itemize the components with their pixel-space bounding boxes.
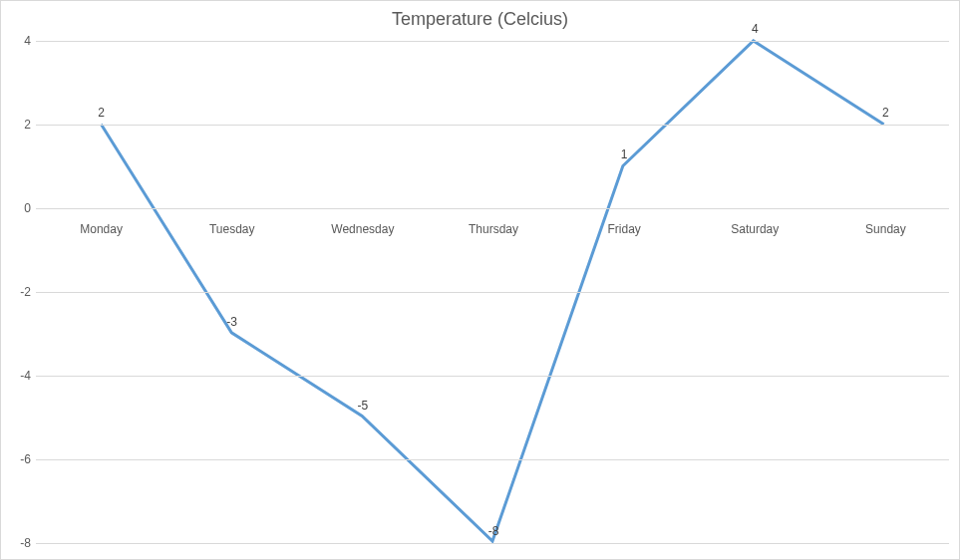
y-tick-label: -6 xyxy=(6,452,31,466)
gridline xyxy=(36,41,949,42)
y-tick-label: -8 xyxy=(6,536,31,550)
chart-title: Temperature (Celcius) xyxy=(1,9,959,30)
line-path xyxy=(101,41,883,541)
x-tick-label: Friday xyxy=(607,222,640,236)
data-label: 1 xyxy=(621,147,628,161)
x-tick-label: Wednesday xyxy=(331,222,394,236)
x-tick-label: Monday xyxy=(80,222,123,236)
data-label: 2 xyxy=(98,106,105,120)
gridline xyxy=(36,125,949,126)
x-tick-label: Thursday xyxy=(469,222,518,236)
x-tick-label: Sunday xyxy=(865,222,906,236)
data-label: 4 xyxy=(752,22,759,36)
chart-plot-area: -8-6-4-2024MondayTuesdayWednesdayThursda… xyxy=(36,41,949,541)
y-tick-label: -2 xyxy=(6,285,31,299)
data-label: 2 xyxy=(882,106,889,120)
data-label: -8 xyxy=(488,524,499,538)
gridline xyxy=(36,292,949,293)
gridline xyxy=(36,543,949,544)
y-tick-label: 4 xyxy=(6,34,31,48)
data-label: -3 xyxy=(226,315,237,329)
gridline xyxy=(36,376,949,377)
x-tick-label: Saturday xyxy=(731,222,779,236)
y-tick-label: 2 xyxy=(6,118,31,132)
x-tick-label: Tuesday xyxy=(209,222,255,236)
gridline xyxy=(36,208,949,209)
y-tick-label: 0 xyxy=(6,201,31,215)
data-label: -5 xyxy=(358,399,369,413)
line-series xyxy=(36,41,949,541)
gridline xyxy=(36,459,949,460)
y-tick-label: -4 xyxy=(6,369,31,383)
